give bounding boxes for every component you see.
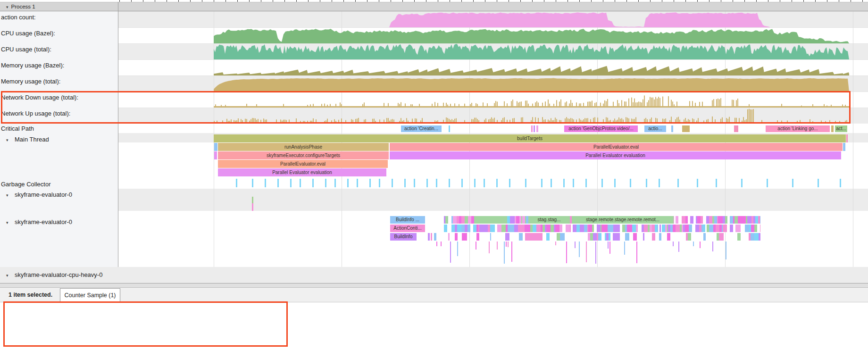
critical-path-slice[interactable] — [531, 125, 533, 132]
gc-tick[interactable] — [551, 179, 552, 187]
evaluator2-slice[interactable] — [434, 233, 436, 241]
evaluator2-slice[interactable] — [476, 233, 479, 241]
evaluator2-drip[interactable] — [712, 242, 713, 251]
critical-path-slice[interactable]: action 'Linking go... — [766, 125, 830, 132]
counter-chart-4[interactable] — [118, 75, 868, 92]
evaluator2-drip[interactable] — [508, 242, 509, 247]
evaluator2-drip[interactable] — [693, 242, 694, 246]
evaluator2-slice[interactable] — [745, 225, 749, 232]
critical-path-slice[interactable]: act... — [835, 125, 847, 132]
gc-tick[interactable] — [312, 179, 314, 187]
track-label-cpu-total[interactable]: CPU usage (total): — [0, 46, 117, 53]
evaluator2-slice[interactable] — [600, 233, 601, 241]
gc-tick[interactable] — [290, 179, 292, 187]
evaluator2-slice[interactable] — [563, 233, 564, 241]
evaluator2-slice[interactable] — [465, 233, 467, 241]
gc-tick[interactable] — [369, 179, 371, 187]
gc-tick[interactable] — [325, 179, 326, 187]
flame-slice[interactable] — [843, 143, 845, 151]
gc-tick[interactable] — [792, 179, 793, 187]
gc-tick[interactable] — [436, 179, 437, 187]
gc-tick[interactable] — [379, 179, 380, 187]
track-label-memory-total[interactable]: Memory usage (total): — [0, 78, 117, 85]
evaluator2-slice[interactable] — [431, 233, 432, 241]
gc-tick[interactable] — [630, 179, 631, 187]
evaluator2-drip[interactable] — [497, 242, 498, 250]
evaluator2-slice[interactable] — [627, 225, 631, 232]
gc-tick[interactable] — [525, 179, 526, 187]
gc-tick[interactable] — [404, 179, 406, 187]
evaluator2-slice[interactable] — [593, 233, 597, 241]
evaluator2-slice[interactable] — [559, 225, 562, 232]
track-label-garbage-collector[interactable]: Garbage Collector — [0, 181, 117, 188]
counter-chart-2[interactable] — [118, 43, 868, 59]
flame-slice[interactable]: buildTargets — [214, 134, 846, 142]
evaluator2-slice[interactable] — [644, 225, 648, 232]
evaluator2-slice[interactable] — [657, 225, 658, 232]
evaluator2-slice[interactable] — [636, 225, 638, 232]
evaluator2-slice[interactable] — [588, 225, 592, 232]
evaluator2-slice[interactable] — [760, 216, 760, 224]
gc-tick[interactable] — [646, 179, 647, 187]
gc-tick[interactable] — [840, 179, 841, 187]
evaluator2-slice[interactable] — [525, 225, 528, 232]
flame-slice[interactable]: Parallel Evaluator evaluation — [218, 168, 386, 176]
evaluator2-green-slice[interactable]: stag.stag... — [528, 216, 570, 224]
gc-tick[interactable] — [265, 179, 266, 187]
gc-tick[interactable] — [426, 179, 428, 187]
flame-slice[interactable] — [214, 151, 217, 159]
evaluator2-slice[interactable] — [751, 233, 754, 241]
gc-tick[interactable] — [449, 179, 450, 187]
evaluator2-slice[interactable] — [701, 216, 703, 224]
evaluator2-slice[interactable] — [551, 225, 554, 232]
evaluator2-slice[interactable] — [737, 233, 741, 241]
evaluator2-slice[interactable] — [557, 233, 560, 241]
evaluator2-slice[interactable] — [676, 216, 678, 224]
evaluator2-slice[interactable] — [751, 225, 754, 232]
evaluator2-slice[interactable] — [457, 225, 461, 232]
evaluator2-slice[interactable] — [451, 225, 455, 232]
evaluator2-drip[interactable] — [678, 242, 679, 252]
evaluator2-slice[interactable] — [689, 225, 692, 232]
gc-tick[interactable] — [614, 179, 616, 187]
gc-tick[interactable] — [697, 179, 698, 187]
tab-counter-sample[interactable]: Counter Sample (1) — [60, 288, 120, 303]
evaluator2-slice[interactable] — [760, 225, 760, 232]
gc-tick[interactable] — [677, 179, 679, 187]
evaluator2-slice[interactable] — [709, 216, 712, 224]
evaluator2-slice[interactable] — [573, 225, 576, 232]
gc-tick[interactable] — [509, 179, 510, 187]
evaluator2-slice[interactable] — [685, 216, 688, 224]
track-label-skyframe-evaluator-0-b[interactable]: ▾skyframe-evaluator-0 — [0, 218, 117, 225]
evaluator2-drip[interactable] — [579, 242, 580, 257]
flame-slice[interactable] — [846, 134, 848, 142]
evaluator2-slice[interactable] — [592, 225, 594, 232]
counter-chart-3[interactable] — [118, 59, 868, 75]
critical-path-slice[interactable]: action 'Creatin... — [401, 125, 442, 132]
evaluator2-slice[interactable] — [467, 225, 471, 232]
evaluator2-slice[interactable] — [685, 225, 689, 232]
gc-tick[interactable] — [818, 179, 819, 187]
evaluator2-slice[interactable] — [444, 225, 447, 232]
evaluator2-slice[interactable] — [601, 225, 605, 232]
evaluator2-drip[interactable] — [586, 242, 587, 262]
gc-tick[interactable] — [392, 179, 393, 187]
evaluator2-slice[interactable] — [479, 225, 484, 232]
evaluator2-slice[interactable] — [445, 216, 449, 224]
gc-tick[interactable] — [484, 179, 485, 187]
critical-path-slice[interactable] — [682, 125, 690, 132]
evaluator2-slice[interactable] — [625, 233, 629, 241]
evaluator2-slice[interactable] — [493, 225, 495, 232]
counter-chart-6[interactable] — [118, 108, 868, 124]
evaluator2-slice[interactable] — [484, 225, 487, 232]
evaluator2-slice[interactable] — [747, 216, 751, 224]
gc-tick[interactable] — [461, 179, 463, 187]
evaluator2-slice[interactable] — [759, 233, 760, 241]
evaluator2-green-slice[interactable]: stage.remote.stage.remote.remot... — [572, 216, 674, 224]
evaluator2-slice[interactable] — [497, 225, 501, 232]
evaluator2-slice[interactable] — [448, 233, 450, 241]
track-label-action-count[interactable]: action count: — [0, 14, 117, 21]
evaluator2-slice[interactable] — [546, 225, 551, 232]
evaluator2-slice[interactable] — [428, 233, 430, 241]
evaluator2-slice[interactable] — [461, 225, 465, 232]
